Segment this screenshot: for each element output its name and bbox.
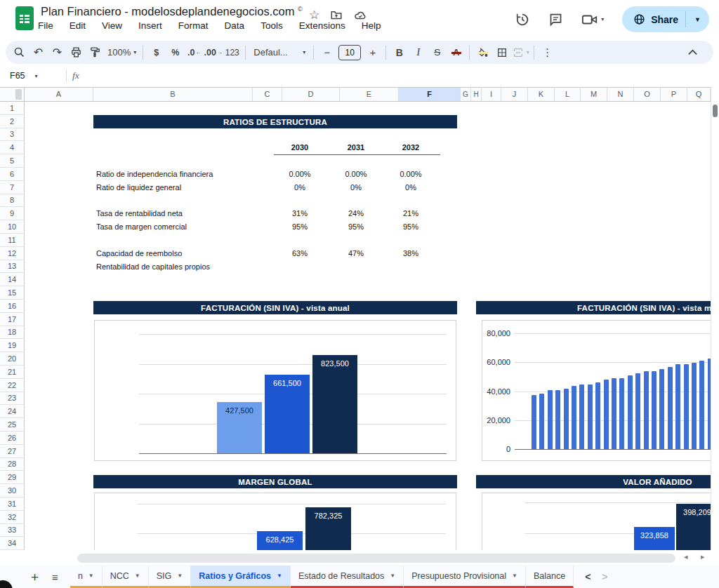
tab-menu-arrow[interactable]: ▼ xyxy=(512,573,517,579)
menu-format[interactable]: Format xyxy=(178,20,209,31)
ratio-value[interactable]: 31% xyxy=(275,207,324,220)
search-icon[interactable] xyxy=(10,43,29,62)
bold-button[interactable]: B xyxy=(390,43,409,62)
vertical-scrollbar-thumb[interactable] xyxy=(713,105,718,117)
row-header-18[interactable]: 18 xyxy=(0,326,25,340)
row-header-27[interactable]: 27 xyxy=(0,445,25,458)
ratio-value[interactable]: 95% xyxy=(386,220,435,234)
ratio-label[interactable]: Tasa de margen comercial xyxy=(96,220,187,234)
sheet-tab-ncc[interactable]: NCC▼ xyxy=(103,566,149,588)
column-header-B[interactable]: B xyxy=(93,88,253,101)
column-header-J[interactable]: J xyxy=(501,88,528,101)
row-header-21[interactable]: 21 xyxy=(0,366,25,379)
row-header-14[interactable]: 14 xyxy=(0,273,25,286)
ratio-value[interactable]: 63% xyxy=(275,247,324,260)
row-header-20[interactable]: 20 xyxy=(0,352,25,366)
undo-icon[interactable]: ↶ xyxy=(29,43,48,62)
column-header-C[interactable]: C xyxy=(253,88,282,101)
tab-menu-arrow[interactable]: ▼ xyxy=(177,573,183,579)
meet-video-icon[interactable]: ▾ xyxy=(581,13,604,27)
sheet-tab-balance[interactable]: Balance xyxy=(526,566,574,588)
sheet-tab-ratios-y-gr-ficos[interactable]: Ratios y Gráficos▼ xyxy=(191,566,291,588)
row-header-28[interactable]: 28 xyxy=(0,458,25,472)
chart1-title-cell[interactable]: FACTURACIÓN (SIN IVA) - vista anual xyxy=(93,301,457,314)
row-header-5[interactable]: 5 xyxy=(0,154,25,168)
menu-edit[interactable]: Edit xyxy=(70,20,86,31)
horizontal-scrollbar-thumb[interactable] xyxy=(77,554,675,563)
row-header-9[interactable]: 9 xyxy=(0,207,25,220)
increase-decimals-button[interactable]: .00→ xyxy=(204,43,223,62)
ratio-value[interactable]: 38% xyxy=(386,247,435,260)
row-header-25[interactable]: 25 xyxy=(0,418,25,432)
vertical-scrollbar[interactable] xyxy=(711,87,719,550)
column-header-M[interactable]: M xyxy=(581,88,607,101)
tab-menu-arrow[interactable]: ▼ xyxy=(88,573,94,579)
meet-dropdown-arrow[interactable]: ▾ xyxy=(601,16,604,22)
row-header-17[interactable]: 17 xyxy=(0,313,25,326)
format-percent-button[interactable]: % xyxy=(166,43,185,62)
column-header-O[interactable]: O xyxy=(634,88,661,101)
ratio-label[interactable]: Ratio de liquidez general xyxy=(96,181,181,194)
chart2-title-cell[interactable]: FACTURACIÓN (SIN IVA) - vista mensual xyxy=(476,301,719,314)
column-header-L[interactable]: L xyxy=(555,88,581,101)
column-header-K[interactable]: K xyxy=(528,88,555,101)
menu-extensions[interactable]: Extensions xyxy=(299,20,345,31)
row-header-31[interactable]: 31 xyxy=(0,497,25,511)
ratio-value[interactable]: 0.00% xyxy=(386,168,435,181)
menu-view[interactable]: View xyxy=(102,20,122,31)
next-sheets-icon[interactable]: > xyxy=(602,571,607,582)
all-sheets-icon[interactable]: ≡ xyxy=(52,571,58,583)
row-header-3[interactable]: 3 xyxy=(0,128,25,142)
row-header-8[interactable]: 8 xyxy=(0,194,25,208)
sheet-tab-presupuesto-provisional[interactable]: Presupuesto Provisional▼ xyxy=(404,566,526,588)
ratio-value[interactable]: 24% xyxy=(331,207,381,220)
menu-help[interactable]: Help xyxy=(362,20,381,31)
ratio-value[interactable]: 47% xyxy=(331,247,381,260)
decrease-font-size-button[interactable]: − xyxy=(317,43,336,62)
column-header-H[interactable]: H xyxy=(471,88,482,101)
row-header-24[interactable]: 24 xyxy=(0,405,25,418)
column-header-E[interactable]: E xyxy=(340,88,399,101)
row-header-26[interactable]: 26 xyxy=(0,432,25,445)
column-header-I[interactable]: I xyxy=(482,88,501,101)
scroll-right-icon[interactable]: ▸ xyxy=(701,552,705,561)
text-color-button[interactable]: A xyxy=(447,43,466,62)
column-header-F[interactable]: F xyxy=(399,88,461,101)
more-toolbar-options-button[interactable]: ⋮ xyxy=(538,43,557,62)
row-header-32[interactable]: 32 xyxy=(0,511,25,524)
column-header-D[interactable]: D xyxy=(282,88,340,101)
select-all-corner[interactable] xyxy=(0,87,25,102)
fill-color-icon[interactable] xyxy=(473,43,492,62)
sheet-tab-sig[interactable]: SIG▼ xyxy=(149,566,191,588)
ratio-value[interactable]: 0.00% xyxy=(331,168,381,181)
sheet-tab-estado-de-resultados[interactable]: Estado de Resultados▼ xyxy=(291,566,404,588)
year-header-2030[interactable]: 2030 xyxy=(275,141,324,154)
decrease-decimals-button[interactable]: .0← xyxy=(185,43,204,62)
ratio-value[interactable]: 0% xyxy=(331,181,381,194)
ratio-label[interactable]: Capacidad de reembolso xyxy=(96,247,182,260)
row-header-29[interactable]: 29 xyxy=(0,471,25,484)
menu-data[interactable]: Data xyxy=(225,20,245,31)
font-select[interactable]: Defaul...▾ xyxy=(249,43,310,62)
redo-icon[interactable]: ↷ xyxy=(48,43,67,62)
sheets-logo-icon[interactable] xyxy=(15,6,34,30)
ratios-title-cell[interactable]: RATIOS DE ESTRUCTURA xyxy=(93,115,457,128)
row-header-13[interactable]: 13 xyxy=(0,260,25,274)
row-header-6[interactable]: 6 xyxy=(0,168,25,181)
share-button[interactable]: Share ▼ xyxy=(622,6,709,32)
row-header-19[interactable]: 19 xyxy=(0,339,25,352)
row-header-30[interactable]: 30 xyxy=(0,484,25,497)
borders-icon[interactable] xyxy=(492,43,511,62)
row-header-34[interactable]: 34 xyxy=(0,537,25,550)
year-header-2032[interactable]: 2032 xyxy=(386,141,435,154)
year-header-2031[interactable]: 2031 xyxy=(331,141,381,154)
sheet-tab-n[interactable]: n▼ xyxy=(70,566,103,588)
ratio-value[interactable]: 21% xyxy=(386,207,435,220)
tab-menu-arrow[interactable]: ▼ xyxy=(390,573,395,579)
row-header-22[interactable]: 22 xyxy=(0,379,25,392)
ratio-label[interactable]: Ratio de independencia financiera xyxy=(96,168,213,181)
row-header-15[interactable]: 15 xyxy=(0,286,25,300)
font-size-input[interactable]: 10 xyxy=(338,45,361,60)
ratio-value[interactable]: 95% xyxy=(331,220,381,234)
menu-insert[interactable]: Insert xyxy=(138,20,162,31)
